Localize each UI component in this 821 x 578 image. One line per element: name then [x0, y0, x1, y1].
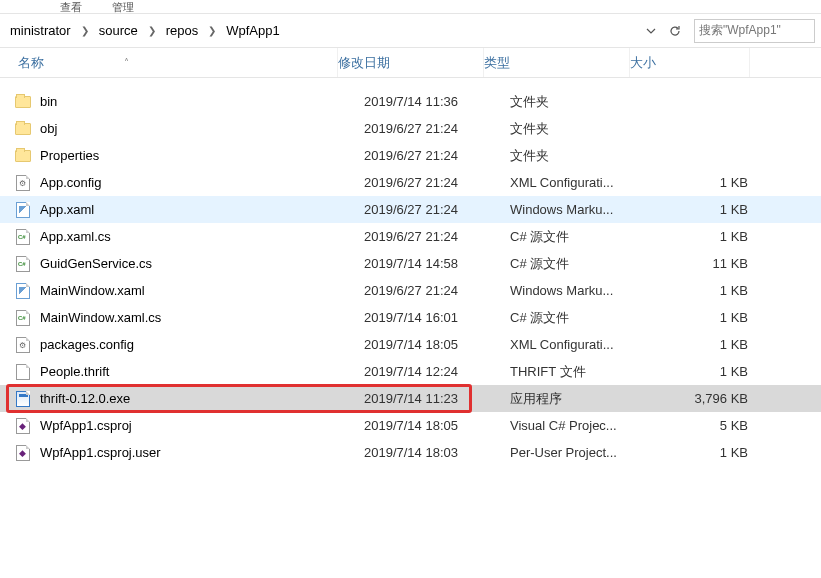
file-date: 2019/7/14 18:03: [364, 445, 510, 460]
search-input[interactable]: 搜索"WpfApp1": [694, 19, 815, 43]
file-date: 2019/6/27 21:24: [364, 283, 510, 298]
file-type: C# 源文件: [510, 309, 656, 327]
header-size[interactable]: 大小: [630, 48, 750, 77]
file-type: Windows Marku...: [510, 283, 656, 298]
file-date: 2019/7/14 12:24: [364, 364, 510, 379]
crumb-repos[interactable]: repos: [162, 23, 203, 38]
file-name: WpfApp1.csproj: [40, 418, 364, 433]
xaml-file-icon: [14, 282, 32, 300]
refresh-button[interactable]: [664, 20, 686, 42]
file-list-area: bin2019/7/14 11:36文件夹obj2019/6/27 21:24文…: [0, 78, 821, 466]
file-name: App.xaml: [40, 202, 364, 217]
file-type: 文件夹: [510, 147, 656, 165]
file-type: Per-User Project...: [510, 445, 656, 460]
file-list[interactable]: bin2019/7/14 11:36文件夹obj2019/6/27 21:24文…: [0, 78, 821, 466]
table-row[interactable]: App.xaml2019/6/27 21:24Windows Marku...1…: [0, 196, 821, 223]
file-type: THRIFT 文件: [510, 363, 656, 381]
file-name: MainWindow.xaml: [40, 283, 364, 298]
header-type-label: 类型: [484, 54, 510, 72]
top-item[interactable]: 管理: [112, 0, 134, 14]
file-name: GuidGenService.cs: [40, 256, 364, 271]
table-row[interactable]: thrift-0.12.0.exe2019/7/14 11:23应用程序3,79…: [0, 385, 821, 412]
xaml-file-icon: [14, 201, 32, 219]
file-type: 文件夹: [510, 120, 656, 138]
file-name: People.thrift: [40, 364, 364, 379]
file-date: 2019/7/14 11:23: [364, 391, 510, 406]
table-row[interactable]: bin2019/7/14 11:36文件夹: [0, 88, 821, 115]
top-strip: 查看 管理: [0, 0, 821, 14]
file-name: App.xaml.cs: [40, 229, 364, 244]
file-date: 2019/7/14 18:05: [364, 337, 510, 352]
table-row[interactable]: obj2019/6/27 21:24文件夹: [0, 115, 821, 142]
crumb-source[interactable]: source: [95, 23, 142, 38]
file-size: 3,796 KB: [656, 391, 766, 406]
file-date: 2019/7/14 14:58: [364, 256, 510, 271]
address-bar: ministrator ❯ source ❯ repos ❯ WpfApp1 搜…: [0, 14, 821, 48]
file-date: 2019/6/27 21:24: [364, 175, 510, 190]
file-type: C# 源文件: [510, 255, 656, 273]
table-row[interactable]: MainWindow.xaml.cs2019/7/14 16:01C# 源文件1…: [0, 304, 821, 331]
search-placeholder: 搜索"WpfApp1": [699, 22, 781, 39]
file-type: 应用程序: [510, 390, 656, 408]
file-name: MainWindow.xaml.cs: [40, 310, 364, 325]
table-row[interactable]: GuidGenService.cs2019/7/14 14:58C# 源文件11…: [0, 250, 821, 277]
table-row[interactable]: People.thrift2019/7/14 12:24THRIFT 文件1 K…: [0, 358, 821, 385]
file-file-icon: [14, 363, 32, 381]
header-size-label: 大小: [630, 54, 656, 72]
file-date: 2019/7/14 16:01: [364, 310, 510, 325]
folder-icon: [14, 93, 32, 111]
file-type: XML Configurati...: [510, 337, 656, 352]
file-name: App.config: [40, 175, 364, 190]
table-row[interactable]: App.config2019/6/27 21:24XML Configurati…: [0, 169, 821, 196]
crumb-wpfapp1[interactable]: WpfApp1: [222, 23, 283, 38]
header-name-label: 名称: [18, 54, 44, 72]
file-size: 1 KB: [656, 175, 766, 190]
file-size: 11 KB: [656, 256, 766, 271]
file-name: packages.config: [40, 337, 364, 352]
exe-file-icon: [14, 390, 32, 408]
file-size: 1 KB: [656, 364, 766, 379]
file-type: Windows Marku...: [510, 202, 656, 217]
file-type: XML Configurati...: [510, 175, 656, 190]
chevron-right-icon[interactable]: ❯: [142, 25, 162, 36]
file-name: WpfApp1.csproj.user: [40, 445, 364, 460]
file-name: obj: [40, 121, 364, 136]
chevron-right-icon[interactable]: ❯: [75, 25, 95, 36]
folder-icon: [14, 147, 32, 165]
file-date: 2019/6/27 21:24: [364, 202, 510, 217]
nav-buttons: [640, 20, 692, 42]
table-row[interactable]: WpfApp1.csproj2019/7/14 18:05Visual C# P…: [0, 412, 821, 439]
table-row[interactable]: packages.config2019/7/14 18:05XML Config…: [0, 331, 821, 358]
file-type: Visual C# Projec...: [510, 418, 656, 433]
file-size: 1 KB: [656, 337, 766, 352]
table-row[interactable]: Properties2019/6/27 21:24文件夹: [0, 142, 821, 169]
file-date: 2019/6/27 21:24: [364, 121, 510, 136]
header-name[interactable]: 名称 ˄: [0, 48, 338, 77]
file-name: Properties: [40, 148, 364, 163]
file-date: 2019/6/27 21:24: [364, 148, 510, 163]
table-row[interactable]: WpfApp1.csproj.user2019/7/14 18:03Per-Us…: [0, 439, 821, 466]
file-size: 1 KB: [656, 202, 766, 217]
file-name: thrift-0.12.0.exe: [40, 391, 364, 406]
cs-file-icon: [14, 228, 32, 246]
header-date[interactable]: 修改日期: [338, 48, 484, 77]
header-type[interactable]: 类型: [484, 48, 630, 77]
file-size: 1 KB: [656, 445, 766, 460]
table-row[interactable]: MainWindow.xaml2019/6/27 21:24Windows Ma…: [0, 277, 821, 304]
crumb-administrator[interactable]: ministrator: [6, 23, 75, 38]
breadcrumb[interactable]: ministrator ❯ source ❯ repos ❯ WpfApp1: [0, 23, 640, 38]
cs-file-icon: [14, 309, 32, 327]
file-name: bin: [40, 94, 364, 109]
sort-indicator-icon: ˄: [124, 57, 129, 68]
config-file-icon: [14, 336, 32, 354]
top-item[interactable]: 查看: [60, 0, 82, 14]
table-row[interactable]: App.xaml.cs2019/6/27 21:24C# 源文件1 KB: [0, 223, 821, 250]
vs-file-icon: [14, 417, 32, 435]
file-type: C# 源文件: [510, 228, 656, 246]
file-size: 5 KB: [656, 418, 766, 433]
file-size: 1 KB: [656, 229, 766, 244]
chevron-right-icon[interactable]: ❯: [202, 25, 222, 36]
file-date: 2019/7/14 18:05: [364, 418, 510, 433]
history-dropdown-button[interactable]: [640, 20, 662, 42]
file-type: 文件夹: [510, 93, 656, 111]
